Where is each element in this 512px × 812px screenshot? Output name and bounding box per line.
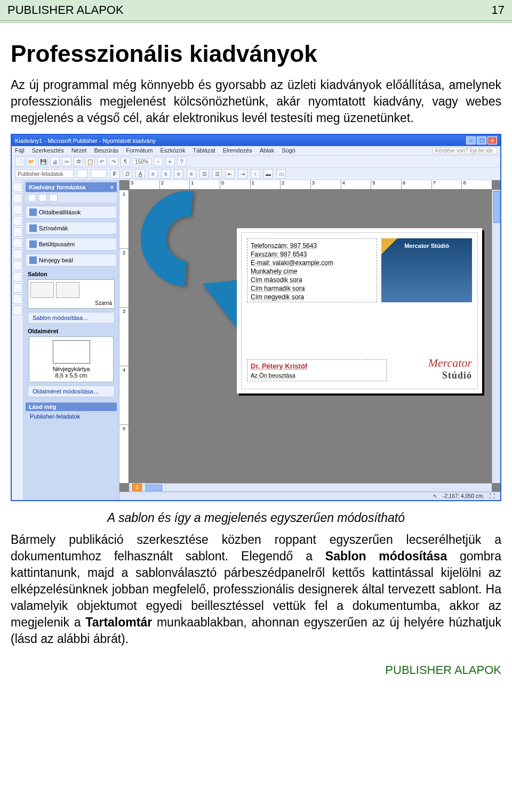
new-icon[interactable]: 📄 [15, 157, 25, 166]
help-search-box[interactable]: Kérdése van? Írja be ide. [433, 147, 497, 154]
taskpane-item-page-setup[interactable]: Oldalbeállítások [26, 206, 117, 219]
cursor-pointer-icon: ↖ [433, 493, 437, 499]
ruler-horizontal: 3 2 1 0 1 2 3 4 5 6 7 8 [129, 180, 492, 190]
minimize-button[interactable]: ‒ [466, 136, 476, 144]
logo-line1: Mercator [428, 356, 472, 369]
taskpane-item-font-schemes[interactable]: Betűtípussém [26, 238, 117, 251]
menu-format[interactable]: Formátum [126, 147, 153, 154]
taskpane-item-color-schemes[interactable]: Színsémák [26, 222, 117, 235]
bookmark-tool-icon[interactable] [13, 294, 22, 304]
taskpane-close-icon[interactable]: × [110, 184, 114, 190]
textbox-tool-icon[interactable] [13, 194, 22, 203]
size-selector[interactable] [91, 170, 107, 178]
bullets-icon[interactable]: ☰ [199, 169, 209, 179]
menu-edit[interactable]: Szerkesztés [32, 147, 64, 154]
maximize-button[interactable]: ▢ [477, 136, 486, 144]
rect-tool-icon[interactable] [13, 272, 22, 282]
redo-icon[interactable]: ↷ [109, 157, 118, 166]
font-scheme-icon [29, 240, 37, 248]
indent-inc-icon[interactable]: ⇥ [238, 169, 247, 179]
menu-file[interactable]: Fájl [15, 147, 25, 154]
cut-icon[interactable]: ✂ [62, 157, 71, 166]
fill-color-icon[interactable]: ▬ [263, 169, 273, 179]
pilcrow-icon[interactable]: ¶ [121, 157, 130, 166]
page-setup-icon [29, 208, 37, 216]
header-left: PUBLISHER ALAPOK [7, 3, 124, 17]
align-center-icon[interactable]: ≡ [161, 169, 171, 179]
contact-text-frame[interactable]: Telefonszám: 987 5643 Faxszám: 987 6543 … [247, 238, 377, 302]
table-tool-icon[interactable] [13, 205, 22, 214]
taskpane-item-label: Színsémák [39, 225, 68, 231]
save-icon[interactable]: 💾 [38, 157, 48, 166]
underline-icon[interactable]: A [135, 169, 145, 179]
align-left-icon[interactable]: ≡ [148, 169, 158, 179]
menu-table[interactable]: Táblázat [193, 147, 215, 154]
line-spacing-icon[interactable]: ↕ [251, 169, 260, 179]
taskpane-forward-icon[interactable] [38, 194, 47, 202]
line-color-icon[interactable]: ▭ [276, 169, 286, 179]
taskpane-home-icon[interactable] [49, 194, 58, 202]
picture-tool-icon[interactable] [13, 227, 22, 237]
taskpane-see-also-link[interactable]: Publisher-feladatok [26, 411, 117, 422]
copy-icon[interactable]: ⧉ [74, 157, 83, 166]
print-icon[interactable]: 🖨 [50, 157, 60, 166]
item-tool-icon[interactable] [13, 305, 22, 315]
name-text-frame[interactable]: Dr. Pétery Kristóf Az Ön beosztása [247, 359, 387, 381]
menubar: Fájl Szerkesztés Nézet Beszúrás Formátum… [12, 146, 500, 155]
taskpane-back-icon[interactable] [28, 194, 36, 202]
zoom-in-icon[interactable]: + [165, 157, 175, 166]
zoom-out-icon[interactable]: − [154, 157, 163, 166]
page-size-name: Névjegykártya [33, 366, 110, 372]
status-size-icon: ⛶ [490, 493, 495, 499]
page-size-preview-icon [53, 340, 90, 364]
italic-icon[interactable]: D [123, 169, 132, 179]
align-right-icon[interactable]: ≡ [174, 169, 183, 179]
align-justify-icon[interactable]: ≡ [187, 169, 196, 179]
body-bold: Tartalomtár [85, 615, 152, 629]
ruler-tick: 3 [129, 180, 159, 189]
indent-dec-icon[interactable]: ⇤ [225, 169, 235, 179]
menu-view[interactable]: Nézet [71, 147, 87, 154]
scrollbar-horizontal[interactable] [129, 483, 492, 492]
taskpane-item-label: Oldalbeállítások [39, 209, 81, 215]
company-logo[interactable]: Mercator Stúdió [387, 356, 472, 381]
page-size-card[interactable]: Névjegykártya 8,5 x 5,5 cm [29, 336, 114, 382]
change-page-size-link[interactable]: Oldalméret módosítása… [28, 385, 115, 397]
close-button[interactable]: ✕ [487, 136, 497, 144]
taskpane-selector[interactable]: Publisher-feladatok [15, 170, 74, 178]
change-template-link[interactable]: Sablon módosítása… [28, 312, 115, 324]
company-chip[interactable]: Mercator Stúdió [381, 238, 472, 302]
task-pane: Kiadvány formázása × Oldalbeállítások Sz… [23, 180, 119, 500]
color-scheme-icon [29, 224, 37, 232]
zoom-value[interactable]: 150% [132, 158, 151, 165]
menu-help[interactable]: Súgó [282, 147, 295, 154]
help-icon[interactable]: ? [177, 157, 187, 166]
scrollbar-vertical[interactable] [492, 190, 500, 483]
publication-page[interactable]: Telefonszám: 987 5643 Faxszám: 987 6543 … [237, 228, 482, 393]
menu-window[interactable]: Ablak [260, 147, 275, 154]
numbering-icon[interactable]: ☰ [212, 169, 222, 179]
header-divider [0, 20, 512, 22]
menu-arrange[interactable]: Elrendezés [223, 147, 252, 154]
logo-line2: Stúdió [387, 370, 472, 381]
menu-insert[interactable]: Beszúrás [94, 147, 118, 154]
menu-tools[interactable]: Eszközök [160, 147, 185, 154]
template-thumb[interactable] [56, 282, 79, 298]
open-icon[interactable]: 📂 [27, 157, 36, 166]
taskpane-item-label: Névjegy beál [39, 257, 73, 263]
shapes-tool-icon[interactable] [13, 283, 22, 293]
page-nav-current[interactable]: 1 [132, 484, 142, 491]
arrow-tool-icon[interactable] [13, 250, 22, 259]
line-tool-icon[interactable] [13, 238, 22, 248]
pointer-tool-icon[interactable] [13, 182, 22, 192]
taskpane-item-card-options[interactable]: Névjegy beál [26, 254, 117, 267]
wordart-tool-icon[interactable] [13, 216, 22, 226]
oval-tool-icon[interactable] [13, 261, 22, 270]
ruler-tick: 2 [159, 180, 190, 189]
template-thumb[interactable] [30, 282, 54, 298]
bold-icon[interactable]: F [110, 169, 119, 179]
taskpane-title: Kiadvány formázása × [26, 182, 117, 192]
paste-icon[interactable]: 📋 [85, 157, 95, 166]
undo-icon[interactable]: ↶ [97, 157, 107, 166]
font-selector[interactable] [77, 170, 87, 178]
